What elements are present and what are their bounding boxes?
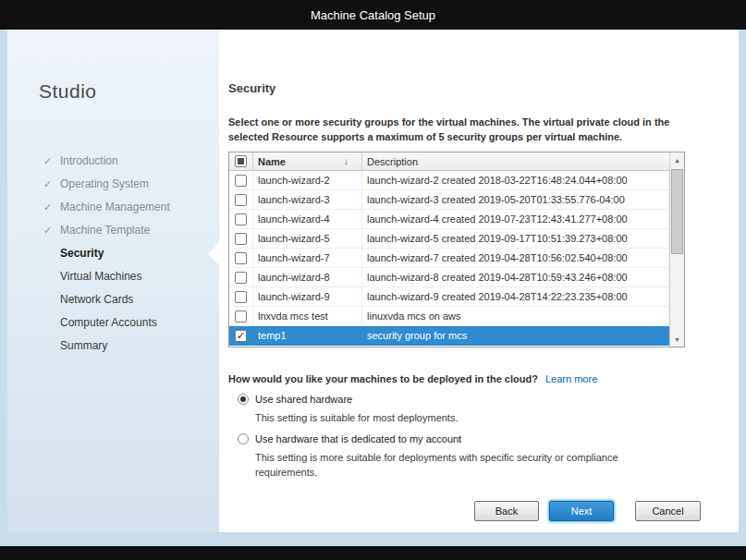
- name-cell: launch-wizard-8: [253, 268, 362, 286]
- table-scrollbar[interactable]: ▲ ▼: [669, 152, 684, 347]
- checkbox-cell: [229, 287, 253, 306]
- step-label: Machine Management: [60, 201, 170, 213]
- description-cell: launch-wizard-4 created 2019-07-23T12:43…: [362, 210, 669, 228]
- checkbox-cell: [229, 229, 253, 248]
- description-cell: launch-wizard-7 created 2019-04-28T10:56…: [362, 249, 669, 267]
- table-row[interactable]: launch-wizard-8 launch-wizard-8 created …: [229, 268, 669, 287]
- sidebar-item-summary: Summary: [7, 335, 219, 358]
- radio-button-selected[interactable]: [238, 394, 249, 405]
- table-row[interactable]: lnxvda mcs test linuxvda mcs on aws: [229, 307, 669, 326]
- step-label: Operating System: [60, 177, 149, 190]
- row-checkbox[interactable]: [235, 213, 247, 225]
- intro-text: Select one or more security groups for t…: [228, 115, 705, 144]
- option-dedicated-hardware[interactable]: Use hardware that is dedicated to my acc…: [238, 433, 461, 444]
- title-bar: Machine Catalog Setup: [0, 0, 746, 30]
- step-label: Introduction: [60, 154, 118, 167]
- scroll-up-icon: ▲: [674, 157, 680, 164]
- check-icon: ✓: [43, 173, 52, 196]
- checkbox-cell: [229, 307, 253, 325]
- check-icon: ✓: [43, 150, 52, 173]
- row-checkbox[interactable]: [235, 194, 247, 206]
- description-cell: launch-wizard-3 created 2019-05-20T01:33…: [362, 190, 669, 209]
- name-cell: temp1: [253, 326, 362, 345]
- description-cell: launch-wizard-9 created 2019-04-28T14:22…: [362, 287, 669, 306]
- cancel-button[interactable]: Cancel: [635, 501, 701, 521]
- row-checkbox[interactable]: [235, 252, 247, 264]
- name-cell: launch-wizard-7: [253, 249, 362, 267]
- studio-logo: Studio: [39, 80, 97, 103]
- scrollbar-thumb[interactable]: [671, 169, 683, 254]
- table-row[interactable]: launch-wizard-5 launch-wizard-5 created …: [229, 229, 669, 249]
- back-button[interactable]: Back: [474, 501, 539, 521]
- sidebar-item-security[interactable]: Security: [7, 242, 219, 265]
- description-cell: launch-wizard-2 created 2018-03-22T16:48…: [362, 171, 669, 189]
- security-groups-table: Name ↓ Description launch-wizard-2 launc…: [228, 152, 685, 347]
- deploy-question-row: How would you like your machines to be d…: [228, 373, 597, 384]
- sidebar-item-computer-accounts: Computer Accounts: [7, 311, 219, 335]
- radio-button[interactable]: [238, 433, 249, 444]
- wizard-step-list: ✓ Introduction ✓ Operating System ✓ Mach…: [7, 150, 219, 358]
- description-cell: security group for mcs: [362, 326, 669, 345]
- name-cell: launch-wizard-3: [253, 190, 362, 209]
- current-step-arrow-icon: [208, 243, 219, 265]
- name-cell: launch-wizard-2: [253, 171, 362, 189]
- table-header-row: Name ↓ Description: [229, 152, 684, 171]
- sidebar-item-machine-management[interactable]: ✓ Machine Management: [7, 196, 219, 219]
- option-shared-hardware[interactable]: Use shared hardware: [238, 394, 352, 405]
- column-header-name[interactable]: Name ↓: [253, 152, 362, 170]
- row-checkbox[interactable]: [235, 310, 247, 323]
- table-body: launch-wizard-2 launch-wizard-2 created …: [229, 171, 669, 347]
- table-row[interactable]: launch-wizard-3 launch-wizard-3 created …: [229, 190, 669, 210]
- step-label: Computer Accounts: [60, 316, 157, 329]
- table-row[interactable]: launch-wizard-2 launch-wizard-2 created …: [229, 171, 669, 190]
- step-label: Network Cards: [60, 293, 133, 306]
- table-row[interactable]: launch-wizard-9 launch-wizard-9 created …: [229, 287, 669, 307]
- scroll-down-button[interactable]: ▼: [670, 332, 684, 347]
- sidebar-item-operating-system[interactable]: ✓ Operating System: [7, 173, 219, 196]
- column-label-name: Name: [258, 156, 286, 167]
- scroll-down-icon: ▼: [674, 336, 680, 343]
- window-title: Machine Catalog Setup: [311, 8, 435, 22]
- checkbox-cell: [229, 249, 253, 267]
- row-checkbox[interactable]: [235, 291, 247, 303]
- machine-catalog-setup-dialog: Machine Catalog Setup Studio ✓ Introduct…: [0, 0, 746, 560]
- column-header-description[interactable]: Description: [362, 152, 684, 170]
- next-button[interactable]: Next: [549, 501, 614, 521]
- name-cell: launch-wizard-5: [253, 229, 362, 248]
- step-label: Summary: [60, 339, 107, 352]
- sidebar-item-machine-template[interactable]: ✓ Machine Template: [7, 219, 219, 242]
- option-label: Use hardware that is dedicated to my acc…: [255, 433, 461, 444]
- select-all-checkbox-cell: [229, 152, 253, 170]
- description-cell: linuxvda mcs on aws: [362, 307, 669, 325]
- description-cell: launch-wizard-5 created 2019-09-17T10:51…: [362, 229, 669, 248]
- option-label: Use shared hardware: [255, 394, 352, 405]
- scroll-up-button[interactable]: ▲: [670, 152, 684, 167]
- row-checkbox[interactable]: [235, 175, 247, 187]
- checkbox-cell: [229, 268, 253, 286]
- name-cell: launch-wizard-9: [253, 287, 362, 306]
- table-row-selected[interactable]: temp1 security group for mcs: [229, 326, 669, 346]
- row-checkbox-checked[interactable]: [235, 330, 247, 342]
- option-shared-description: This setting is suitable for most deploy…: [255, 410, 699, 425]
- name-cell: lnxvda mcs test: [253, 307, 362, 325]
- step-label: Security: [60, 247, 104, 260]
- column-label-description: Description: [367, 156, 418, 167]
- step-label: Machine Template: [60, 224, 150, 237]
- description-cell: launch-wizard-8 created 2019-04-28T10:59…: [362, 268, 669, 286]
- learn-more-link[interactable]: Learn more: [545, 373, 597, 384]
- bottom-bar: [0, 546, 746, 560]
- checkbox-cell: [229, 171, 253, 189]
- sidebar-item-network-cards: Network Cards: [7, 288, 219, 311]
- checkbox-cell: [229, 326, 253, 345]
- checkbox-cell: [229, 190, 253, 209]
- select-all-checkbox[interactable]: [235, 155, 247, 167]
- table-row[interactable]: launch-wizard-4 launch-wizard-4 created …: [229, 210, 669, 229]
- deploy-question: How would you like your machines to be d…: [228, 373, 538, 384]
- row-checkbox[interactable]: [235, 233, 247, 245]
- wizard-content-panel: Security Select one or more security gro…: [219, 30, 739, 532]
- step-label: Virtual Machines: [60, 270, 142, 283]
- table-row[interactable]: launch-wizard-7 launch-wizard-7 created …: [229, 249, 669, 268]
- sort-descending-icon: ↓: [344, 156, 349, 166]
- row-checkbox[interactable]: [235, 272, 247, 284]
- sidebar-item-introduction[interactable]: ✓ Introduction: [7, 150, 219, 173]
